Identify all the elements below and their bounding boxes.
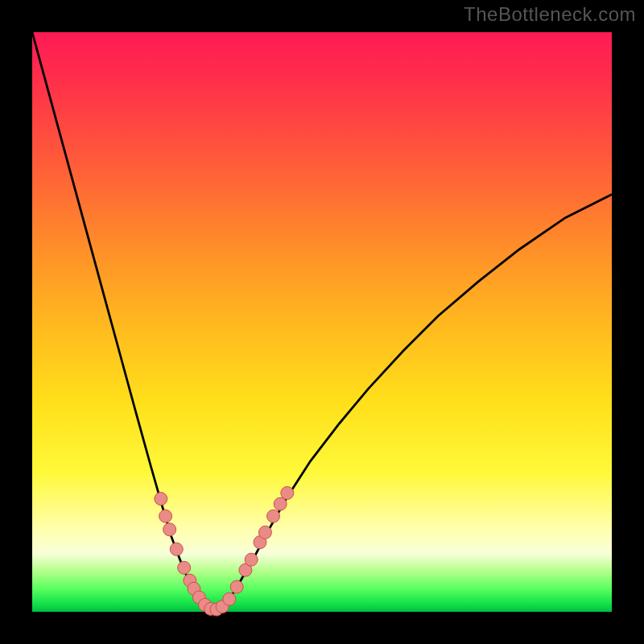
curve-marker xyxy=(245,553,258,566)
plot-area xyxy=(32,32,612,612)
curve-markers xyxy=(155,486,294,616)
curve-marker xyxy=(155,493,167,506)
curve-marker xyxy=(281,486,294,499)
curve-marker xyxy=(230,580,243,593)
curve-marker xyxy=(159,510,172,522)
curve-marker xyxy=(170,543,183,555)
curve-marker xyxy=(163,523,176,536)
curve-marker xyxy=(258,526,271,539)
curve-marker xyxy=(267,510,280,522)
chart-svg xyxy=(32,32,612,612)
curve-marker xyxy=(274,497,287,510)
curve-right-branch xyxy=(215,195,612,611)
curve-left-branch xyxy=(32,32,215,611)
curve-marker xyxy=(178,561,191,574)
chart-container: TheBottleneck.com xyxy=(0,0,644,644)
curve-marker xyxy=(223,592,236,605)
watermark-text: TheBottleneck.com xyxy=(464,3,636,26)
